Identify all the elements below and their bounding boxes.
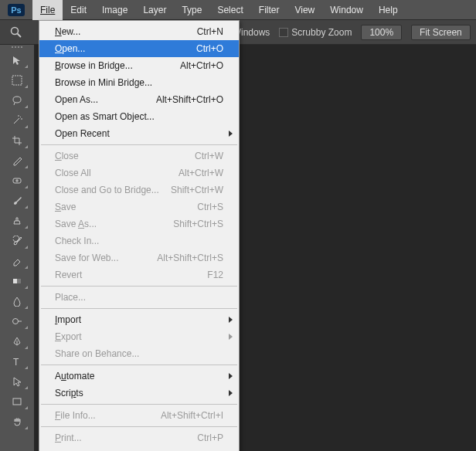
separator: [41, 404, 237, 405]
scrubby-zoom-label: Scrubby Zoom: [291, 27, 352, 38]
eyedropper-tool[interactable]: [5, 151, 29, 170]
menu-save-for-web: Save for Web...Alt+Shift+Ctrl+S: [39, 249, 239, 266]
eraser-tool[interactable]: [5, 252, 29, 270]
menu-filter[interactable]: Filter: [251, 0, 287, 20]
menu-close-go-bridge: Close and Go to Bridge...Shift+Ctrl+W: [39, 181, 239, 198]
chevron-right-icon: [229, 317, 233, 323]
zoom-tool-icon[interactable]: [8, 24, 25, 41]
clone-stamp-tool[interactable]: [5, 212, 29, 230]
move-tool[interactable]: [5, 51, 29, 70]
svg-rect-11: [13, 398, 21, 405]
rectangle-tool[interactable]: [5, 392, 29, 411]
marquee-tool[interactable]: [5, 71, 29, 90]
svg-rect-2: [12, 76, 22, 85]
separator: [41, 308, 237, 309]
menu-edit[interactable]: Edit: [63, 0, 94, 20]
menu-file[interactable]: File: [32, 0, 63, 20]
svg-text:T: T: [13, 357, 19, 367]
menu-import[interactable]: Import: [39, 311, 239, 328]
menu-close-all: Close AllAlt+Ctrl+W: [39, 164, 239, 181]
menu-browse-bridge[interactable]: Browse in Bridge...Alt+Ctrl+O: [39, 57, 239, 74]
chevron-right-icon: [229, 373, 233, 379]
menu-print-one-copy: Print One CopyAlt+Shift+Ctrl+P: [39, 446, 239, 451]
toolstrip: T: [2, 45, 32, 432]
type-tool[interactable]: T: [5, 352, 29, 371]
pen-tool[interactable]: [5, 332, 29, 351]
file-menu-dropdown: New...Ctrl+N Open...Ctrl+O Browse in Bri…: [39, 20, 240, 451]
svg-line-1: [18, 33, 22, 37]
dodge-tool[interactable]: [5, 312, 29, 331]
menu-open-recent[interactable]: Open Recent: [39, 125, 239, 142]
menu-open[interactable]: Open...Ctrl+O: [39, 40, 239, 57]
menu-save: SaveCtrl+S: [39, 198, 239, 215]
svg-rect-7: [13, 279, 17, 283]
menu-open-as[interactable]: Open As...Alt+Shift+Ctrl+O: [39, 91, 239, 108]
lasso-tool[interactable]: [5, 91, 29, 110]
separator: [41, 426, 237, 427]
blur-tool[interactable]: [5, 292, 29, 310]
menu-export: Export: [39, 328, 239, 345]
zoom-100-button[interactable]: 100%: [361, 25, 402, 40]
scrubby-zoom-checkbox[interactable]: Scrubby Zoom: [279, 27, 352, 38]
menu-revert: RevertF12: [39, 266, 239, 283]
menu-select[interactable]: Select: [209, 0, 250, 20]
menu-open-smart-object[interactable]: Open as Smart Object...: [39, 108, 239, 125]
menu-save-as: Save As...Shift+Ctrl+S: [39, 215, 239, 232]
menubar: File Edit Image Layer Type Select Filter…: [32, 0, 406, 20]
app-logo: Ps: [0, 0, 32, 20]
menu-image[interactable]: Image: [94, 0, 135, 20]
menu-view[interactable]: View: [287, 0, 322, 20]
fit-screen-button[interactable]: Fit Screen: [411, 25, 471, 40]
path-selection-tool[interactable]: [5, 372, 29, 391]
magic-wand-tool[interactable]: [5, 111, 29, 130]
crop-tool[interactable]: [5, 131, 29, 150]
separator: [41, 365, 237, 365]
history-brush-tool[interactable]: [5, 232, 29, 250]
menu-place: Place...: [39, 289, 239, 306]
chevron-right-icon: [229, 334, 233, 340]
menu-check-in: Check In...: [39, 232, 239, 249]
chevron-right-icon: [229, 131, 233, 137]
toolstrip-handle[interactable]: [12, 46, 22, 48]
brush-tool[interactable]: [5, 192, 29, 210]
gradient-tool[interactable]: [5, 272, 29, 290]
menu-new[interactable]: New...Ctrl+N: [39, 23, 239, 40]
menu-automate[interactable]: Automate: [39, 368, 239, 385]
topbar: Ps File Edit Image Layer Type Select Fil…: [0, 0, 476, 20]
separator: [41, 144, 237, 145]
menu-scripts[interactable]: Scripts: [39, 385, 239, 402]
menu-window[interactable]: Window: [322, 0, 371, 20]
separator: [41, 286, 237, 287]
menu-print: Print...Ctrl+P: [39, 429, 239, 446]
menu-file-info: File Info...Alt+Shift+Ctrl+I: [39, 407, 239, 424]
healing-brush-tool[interactable]: [5, 171, 29, 190]
menu-share-behance: Share on Behance...: [39, 345, 239, 362]
svg-point-8: [13, 319, 19, 324]
svg-point-0: [12, 27, 19, 34]
chevron-right-icon: [229, 390, 233, 396]
menu-browse-mini-bridge[interactable]: Browse in Mini Bridge...: [39, 74, 239, 91]
menu-close: CloseCtrl+W: [39, 148, 239, 164]
hand-tool[interactable]: [5, 412, 29, 431]
menu-layer[interactable]: Layer: [135, 0, 174, 20]
menu-help[interactable]: Help: [371, 0, 406, 20]
menu-type[interactable]: Type: [174, 0, 209, 20]
